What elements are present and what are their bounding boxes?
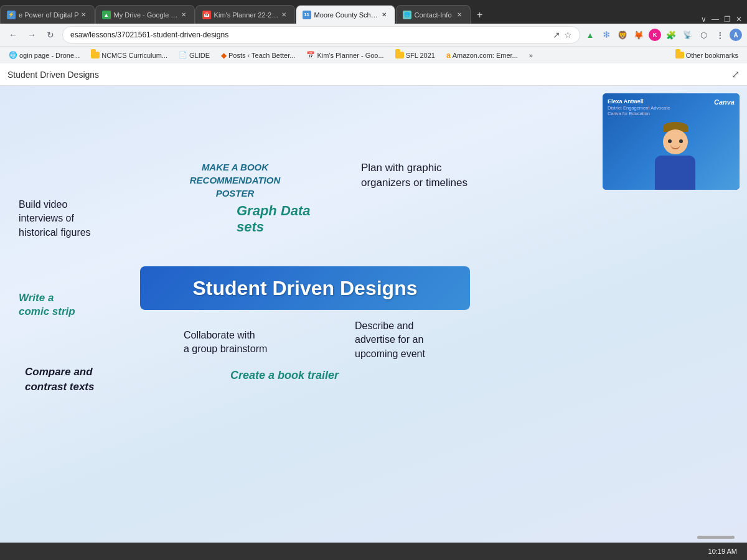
bookmark-teach-better[interactable]: ◆ Posts ‹ Teach Better... xyxy=(217,50,299,61)
item-graph-text: Graph Datasets xyxy=(237,203,311,235)
share-icon[interactable]: ↗ xyxy=(553,30,560,40)
bookmark-kims-planner[interactable]: 📅 Kim's Planner - Goo... xyxy=(303,50,387,60)
bookmark-teach-label: Posts ‹ Teach Better... xyxy=(228,52,295,59)
item-write-comic: Write acomic strip xyxy=(19,291,100,319)
item-book-trailer-text: Create a book trailer xyxy=(230,369,339,381)
avatar-icon[interactable]: A xyxy=(730,29,742,41)
tab-bar: ⚡ e Power of Digital P ✕ ▲ My Drive - Go… xyxy=(0,0,747,24)
item-write-comic-text: Write acomic strip xyxy=(19,292,75,317)
tab-contact-close[interactable]: ✕ xyxy=(455,11,464,19)
central-banner-text: Student Driven Designs xyxy=(193,277,418,300)
window-controls: ∨ — ❐ ✕ xyxy=(701,15,747,24)
bookmark-ncmcs-icon xyxy=(91,52,100,58)
bookmark-sfl-icon xyxy=(395,52,404,58)
presenter-title2: Canva for Education xyxy=(608,111,670,116)
canva-brand: Canva xyxy=(714,98,735,106)
tab-power-digital[interactable]: ⚡ e Power of Digital P ✕ xyxy=(0,5,95,24)
tab-power-label: e Power of Digital P xyxy=(19,11,79,19)
bookmark-ncmcs[interactable]: NCMCS Curriculum... xyxy=(87,50,171,60)
item-describe-text: Describe andadvertise for anupcoming eve… xyxy=(355,320,425,359)
bookmark-star-icon[interactable]: ☆ xyxy=(564,30,572,40)
tab-moore-county[interactable]: 11 Moore County School ✕ xyxy=(296,5,395,24)
puzzle-icon[interactable]: 🧩 xyxy=(665,29,677,41)
tab-planner-label: Kim's Planner 22-23 - xyxy=(214,11,280,19)
brave-icon[interactable]: 🦁 xyxy=(616,29,629,41)
bookmarks-bar: 🌐 ogin page - Drone... NCMCS Curriculum.… xyxy=(0,46,747,63)
menu-icon[interactable]: ⋮ xyxy=(713,29,726,41)
bookmark-other-icon xyxy=(675,52,684,58)
page-title: Student Driven Designs xyxy=(7,70,99,80)
address-bar-row: ← → ↻ esaw/lessons/37021561-student-driv… xyxy=(0,24,747,46)
bookmark-other-label: Other bookmarks xyxy=(686,52,738,59)
nav-buttons: ← → ↻ xyxy=(5,27,59,43)
tab-contact-icon: 🌐 xyxy=(403,11,411,19)
presenter-name: Elexa Antwell xyxy=(608,98,670,105)
bookmark-glide[interactable]: 📄 GLIDE xyxy=(175,50,214,60)
tab-moore-label: Moore County School xyxy=(314,11,380,19)
bookmark-teach-icon: ◆ xyxy=(221,51,227,60)
bookmark-glide-label: GLIDE xyxy=(189,52,210,59)
item-build-video-text: Build videointerviews ofhistorical figur… xyxy=(19,199,91,238)
address-bar[interactable]: esaw/lessons/37021561-student-driven-des… xyxy=(62,26,580,44)
expand-button[interactable]: ⤢ xyxy=(731,68,740,80)
new-tab-button[interactable]: + xyxy=(471,6,489,24)
bookmark-amazon-icon: a xyxy=(446,51,451,60)
tab-power-icon: ⚡ xyxy=(7,11,16,19)
bookmark-drone[interactable]: 🌐 ogin page - Drone... xyxy=(5,50,83,60)
back-button[interactable]: ← xyxy=(5,27,21,43)
tab-drive-label: My Drive - Google Dri xyxy=(114,11,179,19)
bookmark-other[interactable]: Other bookmarks xyxy=(672,50,742,60)
item-make-book-text: MAKE A BOOK RECOMMENDATION POSTER xyxy=(190,162,281,198)
google-drive-toolbar-icon[interactable]: ▲ xyxy=(584,29,596,41)
tab-contact-label: Contact-Info xyxy=(415,11,452,19)
bookmark-drone-label: ogin page - Drone... xyxy=(19,52,80,59)
slide-container: MAKE A BOOK RECOMMENDATION POSTER Plan w… xyxy=(0,86,747,543)
item-compare-text: Compare andcontrast texts xyxy=(25,366,94,393)
item-graph-data: Graph Datasets xyxy=(237,203,339,235)
item-plan-graphic: Plan with graphicorganizers or timelines xyxy=(361,161,498,190)
bookmark-amazon[interactable]: a Amazon.com: Emer... xyxy=(443,50,522,61)
tab-moore-close[interactable]: ✕ xyxy=(380,11,388,19)
page-header: Student Driven Designs ⤢ xyxy=(0,63,747,86)
bookmark-glide-icon: 📄 xyxy=(179,51,187,59)
kaizena-icon[interactable]: K xyxy=(649,29,661,41)
bookmark-ncmcs-label: NCMCS Curriculum... xyxy=(101,52,167,59)
scroll-indicator xyxy=(697,536,735,539)
bookmark-amazon-label: Amazon.com: Emer... xyxy=(453,52,518,59)
browser-chrome: ⚡ e Power of Digital P ✕ ▲ My Drive - Go… xyxy=(0,0,747,63)
tab-planner-icon: 📅 xyxy=(202,11,211,19)
item-make-book: MAKE A BOOK RECOMMENDATION POSTER xyxy=(177,161,293,200)
bookmark-planner-label: Kim's Planner - Goo... xyxy=(317,52,383,59)
reload-button[interactable]: ↻ xyxy=(42,27,59,43)
bookmark-drone-icon: 🌐 xyxy=(9,51,17,59)
cast-icon[interactable]: 📡 xyxy=(681,29,693,41)
presenter-title1: District Engagement Advocate xyxy=(608,105,670,111)
tab-drive[interactable]: ▲ My Drive - Google Dri ✕ xyxy=(95,5,195,24)
item-describe: Describe andadvertise for anupcoming eve… xyxy=(355,319,486,361)
tab-power-close[interactable]: ✕ xyxy=(79,11,88,19)
item-build-video: Build videointerviews ofhistorical figur… xyxy=(19,198,128,240)
item-book-trailer: Create a book trailer xyxy=(230,369,364,382)
presenter-figure xyxy=(655,122,695,190)
bookmark-sfl-label: SFL 2021 xyxy=(406,52,435,59)
bookmark-sfl[interactable]: SFL 2021 xyxy=(392,50,439,60)
tab-drive-close[interactable]: ✕ xyxy=(179,11,188,19)
presenter-overlay: Elexa Antwell District Engagement Advoca… xyxy=(603,93,740,190)
tab-drive-icon: ▲ xyxy=(102,11,111,19)
bookmark-more[interactable]: » xyxy=(525,50,537,60)
tab-planner-close[interactable]: ✕ xyxy=(280,11,288,19)
item-plan-text: Plan with graphicorganizers or timelines xyxy=(361,162,467,189)
tab-contact[interactable]: 🌐 Contact-Info ✕ xyxy=(396,5,471,24)
address-text: esaw/lessons/37021561-student-driven-des… xyxy=(70,30,228,39)
item-compare: Compare andcontrast texts xyxy=(25,365,131,394)
forward-button[interactable]: → xyxy=(24,27,40,43)
presenter-video: Elexa Antwell District Engagement Advoca… xyxy=(603,93,740,190)
item-collaborate-text: Collaborate witha group brainstorm xyxy=(184,330,267,354)
tab-planner[interactable]: 📅 Kim's Planner 22-23 - ✕ xyxy=(195,5,295,24)
central-banner: Student Driven Designs xyxy=(140,266,470,310)
metaask-icon[interactable]: 🦊 xyxy=(632,29,645,41)
screenshot-icon[interactable]: ⬡ xyxy=(697,29,710,41)
status-time: 10:19 AM xyxy=(708,548,737,555)
bookmark-planner-icon: 📅 xyxy=(306,51,315,59)
snowflake-icon[interactable]: ❄ xyxy=(600,29,613,41)
